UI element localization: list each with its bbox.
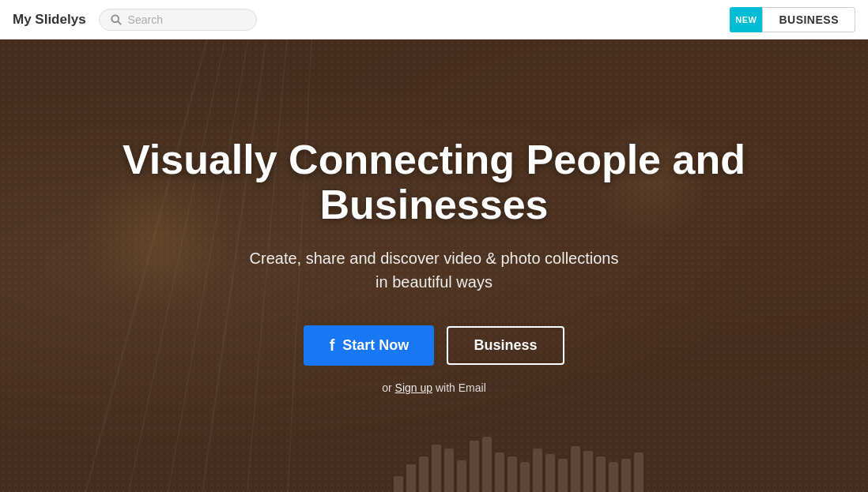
start-now-label: Start Now <box>342 337 409 354</box>
navbar-right: NEW BUSINESS <box>730 7 855 32</box>
business-button[interactable]: Business <box>447 326 564 365</box>
new-badge: NEW <box>730 7 762 32</box>
navbar-left: My Slidelys <box>13 9 257 31</box>
signup-text: or Sign up with Email <box>32 381 836 394</box>
hero-section: Visually Connecting People and Businesse… <box>0 39 868 492</box>
hero-title: Visually Connecting People and Businesse… <box>32 137 836 227</box>
hero-subtitle-line2: in beautiful ways <box>376 273 492 291</box>
brand-logo[interactable]: My Slidelys <box>13 12 86 28</box>
facebook-icon: f <box>330 336 335 355</box>
hero-buttons: f Start Now Business <box>32 325 836 366</box>
hero-content: Visually Connecting People and Businesse… <box>0 137 868 394</box>
signup-suffix: with Email <box>432 381 486 394</box>
signup-prefix: or <box>382 381 394 394</box>
navbar: My Slidelys NEW BUSINESS <box>0 0 868 39</box>
search-wrapper <box>99 9 257 31</box>
signup-link[interactable]: Sign up <box>395 381 432 394</box>
svg-line-1 <box>118 21 121 24</box>
hero-subtitle-line1: Create, share and discover video & photo… <box>250 250 619 267</box>
hero-subtitle: Create, share and discover video & photo… <box>32 246 836 294</box>
search-icon <box>111 14 122 25</box>
business-nav-button[interactable]: BUSINESS <box>762 7 855 32</box>
start-now-button[interactable]: f Start Now <box>304 325 434 366</box>
svg-point-0 <box>111 15 119 22</box>
search-input[interactable] <box>128 13 245 26</box>
